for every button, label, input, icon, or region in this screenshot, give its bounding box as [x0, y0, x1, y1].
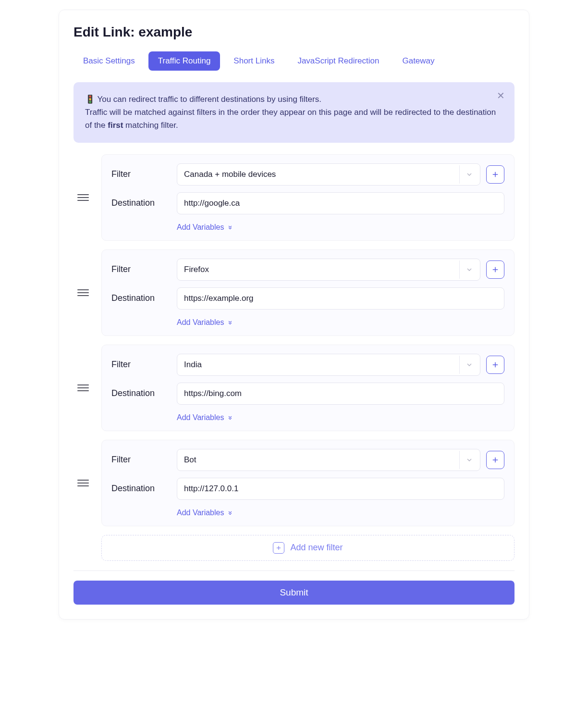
banner-text-1: You can redirect traffic to different de…: [97, 95, 321, 104]
destination-label: Destination: [111, 198, 169, 208]
double-chevron-down-icon: [227, 319, 233, 326]
filter-select[interactable]: Canada + mobile devices: [177, 163, 480, 186]
edit-link-card: Edit Link: example Basic Settings Traffi…: [59, 10, 529, 620]
filter-block: Filter Bot Destination: [74, 440, 514, 526]
tab-short-links[interactable]: Short Links: [224, 51, 284, 71]
filter-body: Filter Firefox Destination: [101, 249, 514, 336]
filter-row: Filter Bot: [111, 449, 504, 471]
add-variables-label: Add Variables: [177, 508, 224, 517]
destination-label: Destination: [111, 388, 169, 398]
filter-block: Filter Canada + mobile devices Destinati…: [74, 154, 514, 241]
add-filter-condition-button[interactable]: [486, 260, 504, 279]
filter-row: Filter Canada + mobile devices: [111, 163, 504, 186]
destination-input[interactable]: [177, 192, 504, 214]
destination-input[interactable]: [177, 478, 504, 500]
filter-body: Filter Canada + mobile devices Destinati…: [101, 154, 514, 241]
banner-line-2: Traffic will be matched against filters …: [85, 106, 503, 132]
tab-traffic-routing[interactable]: Traffic Routing: [148, 51, 220, 71]
drag-handle-icon[interactable]: [74, 289, 93, 296]
divider: [74, 570, 514, 571]
destination-label: Destination: [111, 293, 169, 303]
banner-emoji: 🚦: [85, 95, 97, 104]
filter-row: Filter India: [111, 354, 504, 376]
banner-text-2b: matching filter.: [123, 121, 178, 130]
close-icon[interactable]: ✕: [497, 91, 505, 100]
filter-select[interactable]: Bot: [177, 449, 480, 471]
tab-gateway[interactable]: Gateway: [392, 51, 444, 71]
add-filter-condition-button[interactable]: [486, 451, 504, 469]
double-chevron-down-icon: [227, 414, 233, 421]
tab-javascript-redirection[interactable]: JavaScript Redirection: [288, 51, 389, 71]
filter-row: Filter Firefox: [111, 259, 504, 281]
filter-label: Filter: [111, 169, 169, 179]
filter-select[interactable]: India: [177, 354, 480, 376]
add-variables-row: Add Variables: [111, 411, 504, 424]
filter-label: Filter: [111, 455, 169, 465]
add-filter-condition-button[interactable]: [486, 165, 504, 184]
destination-input[interactable]: [177, 383, 504, 405]
add-variables-button[interactable]: Add Variables: [177, 316, 233, 329]
info-banner: ✕ 🚦 You can redirect traffic to differen…: [74, 82, 514, 143]
double-chevron-down-icon: [227, 224, 233, 231]
filter-body: Filter Bot Destination: [101, 440, 514, 526]
add-variables-button[interactable]: Add Variables: [177, 221, 233, 234]
drag-handle-icon[interactable]: [74, 194, 93, 201]
add-variables-row: Add Variables: [111, 316, 504, 329]
destination-row: Destination: [111, 478, 504, 500]
double-chevron-down-icon: [227, 509, 233, 516]
add-new-filter-label: Add new filter: [290, 543, 343, 553]
destination-row: Destination: [111, 192, 504, 214]
destination-input[interactable]: [177, 287, 504, 310]
add-filter-condition-button[interactable]: [486, 356, 504, 374]
add-variables-button[interactable]: Add Variables: [177, 507, 233, 519]
tabs: Basic Settings Traffic Routing Short Lin…: [74, 51, 514, 71]
add-variables-button[interactable]: Add Variables: [177, 411, 233, 424]
tab-basic-settings[interactable]: Basic Settings: [74, 51, 145, 71]
add-variables-label: Add Variables: [177, 318, 224, 327]
drag-handle-icon[interactable]: [74, 480, 93, 486]
add-variables-row: Add Variables: [111, 221, 504, 234]
filter-body: Filter India Destination: [101, 345, 514, 431]
filter-block: Filter Firefox Destination: [74, 249, 514, 336]
banner-line-1: 🚦 You can redirect traffic to different …: [85, 93, 503, 106]
add-variables-label: Add Variables: [177, 223, 224, 232]
filter-label: Filter: [111, 360, 169, 370]
add-variables-row: Add Variables: [111, 507, 504, 519]
banner-strong: first: [108, 121, 123, 130]
destination-label: Destination: [111, 483, 169, 494]
add-new-filter-button[interactable]: Add new filter: [101, 535, 514, 561]
add-variables-label: Add Variables: [177, 413, 224, 422]
filter-select[interactable]: Firefox: [177, 259, 480, 281]
filter-block: Filter India Destination: [74, 345, 514, 431]
page-title: Edit Link: example: [74, 25, 514, 40]
submit-button[interactable]: Submit: [74, 581, 514, 605]
destination-row: Destination: [111, 383, 504, 405]
filter-label: Filter: [111, 264, 169, 274]
destination-row: Destination: [111, 287, 504, 310]
drag-handle-icon[interactable]: [74, 384, 93, 391]
plus-icon: [273, 542, 284, 554]
